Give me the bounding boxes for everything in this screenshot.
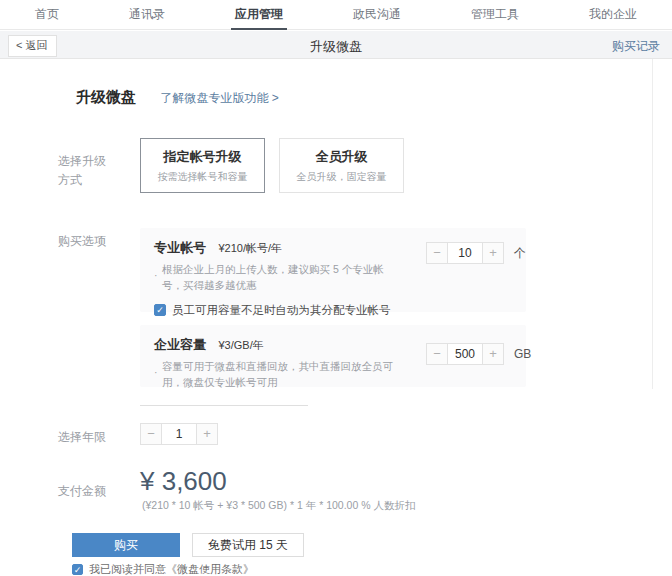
- tab-my-enterprise[interactable]: 我的企业: [585, 0, 641, 30]
- upgrade-mode-cards: 指定帐号升级 按需选择帐号和容量 全员升级 全员升级，固定容量: [140, 138, 404, 193]
- pro-account-note: 根据企业上月的上传人数，建议购买 5 个专业帐号，买得越多越优惠: [154, 262, 396, 294]
- plus-button[interactable]: +: [482, 343, 504, 365]
- content-right-border: [652, 59, 653, 389]
- capacity-note: 容量可用于微盘和直播回放，其中直播回放全员可用，微盘仅专业帐号可用: [154, 359, 396, 391]
- purchase-options-label: 购买选项: [58, 232, 112, 251]
- account-quantity-value[interactable]: 10: [448, 242, 482, 264]
- payment-label: 支付金额: [58, 482, 112, 501]
- purchase-history-link[interactable]: 购买记录: [612, 38, 660, 55]
- upgrade-wedrive-page: 首页 通讯录 应用管理 政民沟通 管理工具 我的企业 < 返回 升级微盘 购买记…: [0, 0, 672, 576]
- tab-contacts[interactable]: 通讯录: [125, 0, 169, 30]
- pro-account-price: ¥210/帐号/年: [218, 242, 282, 254]
- card-desc: 全员升级，固定容量: [280, 170, 403, 184]
- agree-terms-checkbox[interactable]: ✓: [72, 564, 83, 575]
- top-nav: 首页 通讯录 应用管理 政民沟通 管理工具 我的企业: [0, 0, 672, 30]
- minus-button[interactable]: −: [426, 343, 448, 365]
- card-desc: 按需选择帐号和容量: [141, 170, 264, 184]
- auto-assign-row: ✓ 员工可用容量不足时自动为其分配专业帐号: [154, 303, 512, 318]
- capacity-quantity-value[interactable]: 500: [448, 343, 482, 365]
- minus-button[interactable]: −: [140, 423, 162, 445]
- minus-button[interactable]: −: [426, 242, 448, 264]
- card-title: 全员升级: [280, 148, 403, 166]
- agree-terms-row: ✓ 我已阅读并同意《微盘使用条款》: [72, 562, 254, 576]
- tab-app-management[interactable]: 应用管理: [231, 0, 287, 30]
- section-title: 升级微盘: [76, 88, 136, 107]
- years-label: 选择年限: [58, 428, 112, 447]
- pro-account-title: 专业帐号: [154, 240, 206, 255]
- card-designated-account-upgrade[interactable]: 指定帐号升级 按需选择帐号和容量: [140, 138, 265, 193]
- pro-account-panel: 专业帐号 ¥210/帐号/年 根据企业上月的上传人数，建议购买 5 个专业帐号，…: [140, 228, 526, 312]
- capacity-price: ¥3/GB/年: [218, 339, 263, 351]
- agree-terms-label: 我已阅读并同意《微盘使用条款》: [89, 562, 254, 576]
- section-divider: [140, 405, 308, 406]
- capacity-quantity-stepper: − 500 +: [426, 343, 504, 365]
- plus-button[interactable]: +: [482, 242, 504, 264]
- account-stepper-wrap: − 10 + 个: [426, 242, 526, 264]
- payment-amount: ¥ 3,600: [140, 466, 227, 497]
- free-trial-button[interactable]: 免费试用 15 天: [192, 533, 304, 557]
- buy-button[interactable]: 购买: [72, 533, 180, 557]
- auto-assign-label: 员工可用容量不足时自动为其分配专业帐号: [172, 303, 391, 318]
- plus-button[interactable]: +: [196, 423, 218, 445]
- sub-header: < 返回 升级微盘 购买记录: [0, 31, 672, 59]
- learn-more-link[interactable]: 了解微盘专业版功能 >: [160, 90, 278, 107]
- auto-assign-checkbox[interactable]: ✓: [154, 304, 166, 316]
- years-quantity-value[interactable]: 1: [162, 423, 196, 445]
- tab-home[interactable]: 首页: [31, 0, 63, 30]
- account-quantity-stepper: − 10 +: [426, 242, 504, 264]
- card-all-staff-upgrade[interactable]: 全员升级 全员升级，固定容量: [279, 138, 404, 193]
- section-head: 升级微盘 了解微盘专业版功能 >: [76, 88, 279, 107]
- page-title: 升级微盘: [0, 38, 672, 56]
- tab-gov-communication[interactable]: 政民沟通: [349, 0, 405, 30]
- card-title: 指定帐号升级: [141, 148, 264, 166]
- capacity-stepper-wrap: − 500 + GB: [426, 343, 531, 365]
- capacity-panel: 企业容量 ¥3/GB/年 容量可用于微盘和直播回放，其中直播回放全员可用，微盘仅…: [140, 325, 526, 387]
- account-unit-label: 个: [514, 245, 526, 262]
- capacity-unit-label: GB: [514, 347, 531, 361]
- tab-management-tools[interactable]: 管理工具: [467, 0, 523, 30]
- years-stepper: − 1 +: [140, 423, 218, 445]
- capacity-title: 企业容量: [154, 337, 206, 352]
- upgrade-mode-label: 选择升级方式: [58, 152, 112, 189]
- payment-formula: (¥210 * 10 帐号 + ¥3 * 500 GB) * 1 年 * 100…: [142, 499, 415, 513]
